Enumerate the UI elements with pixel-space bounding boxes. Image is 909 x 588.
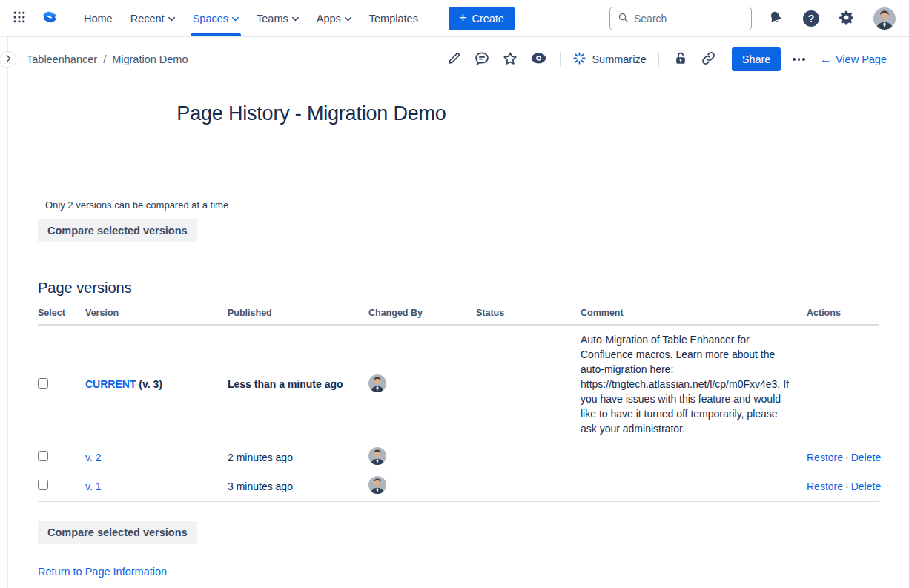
copy-link-button[interactable] <box>696 47 721 71</box>
version-select-checkbox[interactable] <box>38 480 48 490</box>
profile-button[interactable] <box>870 4 899 33</box>
view-page-link[interactable]: ← View Page <box>820 53 887 65</box>
actions-separator: · <box>843 452 851 463</box>
changed-by-avatar[interactable] <box>368 374 386 392</box>
column-header-comment: Comment <box>581 303 807 325</box>
settings-button[interactable] <box>836 7 857 30</box>
app-switcher-button[interactable] <box>9 7 30 30</box>
column-header-select: Select <box>38 303 85 325</box>
chevron-down-icon <box>232 16 239 22</box>
published-time: Less than a minute ago <box>228 325 368 443</box>
version-comment <box>581 472 807 501</box>
chevron-down-icon <box>292 16 299 22</box>
favorite-button[interactable] <box>498 47 523 71</box>
more-options-button[interactable] <box>788 52 810 67</box>
version-link-current[interactable]: CURRENT <box>85 378 136 390</box>
restore-link[interactable]: Restore <box>807 480 843 492</box>
version-link-v1[interactable]: v. 1 <box>85 480 102 492</box>
table-header-row: Select Version Published Changed By Stat… <box>38 303 879 325</box>
sidebar-collapsed-divider <box>7 37 8 588</box>
compare-selected-versions-button-bottom[interactable]: Compare selected versions <box>38 521 197 544</box>
compare-selected-versions-button-top[interactable]: Compare selected versions <box>38 219 197 242</box>
version-comment: Auto-Migration of Table Enhancer for Con… <box>581 325 807 443</box>
column-header-changed-by: Changed By <box>368 303 476 325</box>
eye-icon <box>530 50 547 69</box>
breadcrumb-page-link[interactable]: Migration Demo <box>112 53 188 65</box>
gear-icon <box>839 10 854 27</box>
version-select-checkbox[interactable] <box>38 378 48 389</box>
delete-link[interactable]: Delete <box>851 452 881 463</box>
table-row: v. 2 2 minutes ago <box>38 443 879 472</box>
plus-icon: + <box>459 11 467 24</box>
nav-item-templates[interactable]: Templates <box>363 2 425 35</box>
help-icon: ? <box>803 10 819 27</box>
status-cell <box>476 443 581 472</box>
chevron-right-icon <box>4 54 12 65</box>
primary-nav: Home Recent Spaces Teams <box>77 2 425 35</box>
more-options-icon <box>793 58 805 61</box>
version-comment <box>581 443 807 472</box>
unlock-icon <box>673 51 688 68</box>
column-header-actions: Actions <box>807 303 879 325</box>
main-content: Page History - Migration Demo Only 2 ver… <box>0 102 909 578</box>
toolbar-divider <box>658 52 659 67</box>
page-title: Page History - Migration Demo <box>30 102 593 125</box>
changed-by-avatar[interactable] <box>368 447 386 465</box>
actions-cell: Restore·Delete <box>807 443 879 472</box>
sidebar-expand-button[interactable] <box>0 51 16 68</box>
notifications-button[interactable] <box>765 7 787 30</box>
comments-button[interactable] <box>469 47 495 71</box>
comment-icon <box>474 50 490 69</box>
edit-button[interactable] <box>441 47 466 71</box>
delete-link[interactable]: Delete <box>851 480 881 492</box>
top-nav: Home Recent Spaces Teams <box>0 0 909 37</box>
toolbar-divider <box>560 52 561 67</box>
column-header-status: Status <box>476 303 581 325</box>
nav-item-recent[interactable]: Recent <box>124 2 182 35</box>
table-row: CURRENT (v. 3) Less than a minute ago <box>38 325 879 443</box>
published-time: 3 minutes ago <box>228 472 368 501</box>
bell-icon <box>766 7 786 29</box>
published-time: 2 minutes ago <box>228 443 368 472</box>
page-versions-heading: Page versions <box>38 280 879 297</box>
nav-item-home[interactable]: Home <box>77 2 119 35</box>
restore-link[interactable]: Restore <box>807 452 843 463</box>
changed-by-avatar[interactable] <box>368 476 386 494</box>
chevron-down-icon <box>345 16 351 22</box>
share-button[interactable]: Share <box>732 47 781 71</box>
status-cell <box>476 325 581 443</box>
link-icon <box>701 50 716 68</box>
star-icon <box>502 50 518 69</box>
help-button[interactable]: ? <box>800 7 822 30</box>
compare-hint-text: Only 2 versions can be compared at a tim… <box>38 199 879 211</box>
search-input[interactable] <box>634 13 744 24</box>
nav-item-teams[interactable]: Teams <box>250 2 305 35</box>
version-number-label: (v. 3) <box>136 378 162 390</box>
status-cell <box>476 472 581 501</box>
page-toolbar: Summarize <box>441 47 887 72</box>
version-link-v2[interactable]: v. 2 <box>85 452 102 463</box>
breadcrumb: Tableenhancer / Migration Demo <box>27 53 188 65</box>
summarize-button[interactable]: Summarize <box>569 47 649 72</box>
confluence-logo[interactable] <box>37 4 62 32</box>
nav-item-apps[interactable]: Apps <box>310 2 358 35</box>
pencil-icon <box>446 50 462 68</box>
create-button[interactable]: + Create <box>449 7 515 30</box>
return-to-page-information-link[interactable]: Return to Page Information <box>38 566 167 578</box>
watch-button[interactable] <box>526 47 551 71</box>
column-header-published: Published <box>228 303 368 325</box>
breadcrumb-separator: / <box>103 53 106 65</box>
confluence-logo-icon <box>40 7 59 29</box>
avatar <box>873 7 896 30</box>
nav-item-spaces[interactable]: Spaces <box>186 2 245 35</box>
actions-separator: · <box>843 480 851 492</box>
restrictions-button[interactable] <box>668 47 693 71</box>
version-select-checkbox[interactable] <box>38 451 48 461</box>
table-row: v. 1 3 minutes ago <box>38 472 879 501</box>
breadcrumb-space-link[interactable]: Tableenhancer <box>27 53 97 65</box>
ai-sparkle-icon <box>572 51 586 67</box>
search-box[interactable] <box>609 7 752 30</box>
column-header-version: Version <box>85 303 228 325</box>
chevron-down-icon <box>168 16 175 22</box>
left-arrow-icon: ← <box>820 53 832 65</box>
